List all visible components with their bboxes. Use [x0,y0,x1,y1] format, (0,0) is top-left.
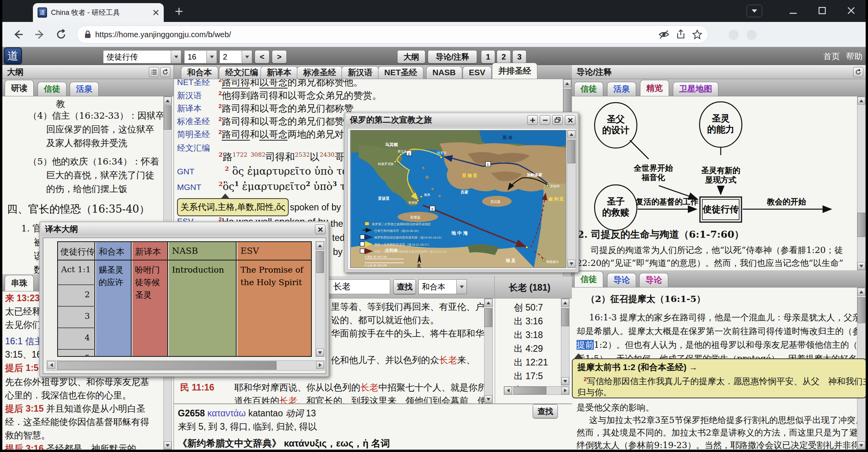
layout-3-button[interactable]: 3 [512,50,526,63]
version-label[interactable]: MGNT [177,183,201,192]
scroll-right-icon[interactable] [316,361,324,369]
scrollbar-thumb[interactable] [316,251,324,273]
tab-net[interactable]: NET圣经 [378,66,423,79]
tab-commentary-xintu[interactable]: 信徒 [574,271,603,287]
forward-icon[interactable] [33,27,47,42]
intro-scrollbar[interactable] [857,96,866,270]
window-minimize-icon[interactable] [788,5,798,16]
tab-satellite-map[interactable]: 卫星地图 [673,82,718,96]
back-icon[interactable] [11,27,25,42]
results-scrollbar[interactable] [484,298,493,403]
scroll-up-icon[interactable] [857,97,865,105]
tab-xintu[interactable]: 信徒 [38,82,67,96]
tab-jingwenhuibian[interactable]: 经文汇编 [219,66,264,79]
scroll-down-icon[interactable] [164,441,172,449]
search-input[interactable] [321,279,390,294]
help-link[interactable]: 帮助 [846,51,863,62]
tab-xintu-right[interactable]: 信徒 [574,82,603,96]
greek-lemma[interactable]: καταντάω [207,408,246,418]
scrollbar-thumb[interactable] [857,297,865,323]
scrollbar-thumb[interactable] [485,308,492,327]
tab-parallel[interactable]: 并排圣经 [492,63,537,79]
greek-word[interactable]: ὃς [222,181,234,192]
share-icon[interactable] [676,29,686,40]
strong-number[interactable]: 2532 [295,151,310,158]
journey-map-window[interactable]: 保罗的第二次宣教之旅 [344,112,579,273]
tab-chuanzhu[interactable]: 串珠 [5,275,34,291]
search-version-arrow-icon[interactable] [456,280,467,294]
verse-select-arrow-icon[interactable] [242,51,252,63]
scroll-up-icon[interactable] [485,299,492,307]
version-label[interactable]: NET圣经 [177,79,210,87]
greek-word[interactable]: ὑπὸ [313,181,333,192]
home-link[interactable]: 首页 [823,51,840,62]
scroll-left-icon[interactable] [504,387,512,394]
greek-word[interactable]: ἐμαρτυρεῖτο [242,181,306,192]
chapter-select-arrow-icon[interactable] [206,51,217,63]
tab-huoquan-right[interactable]: 活泉 [607,82,636,96]
scroll-up-icon[interactable] [316,242,324,250]
zoom-out-icon[interactable] [540,115,550,125]
table-row-ref[interactable]: 5 [85,353,90,357]
scroll-up-icon[interactable] [561,299,569,307]
occurrence-hscrollbar[interactable] [504,386,570,395]
chapter-select[interactable]: 16 [184,50,217,63]
verse-ref[interactable]: 提后 1:5 [5,363,39,373]
url-omnibox[interactable]: https://home.yanjinggongju.com/b/web/ [77,25,708,43]
scrollbar-thumb[interactable] [857,213,865,237]
scroll-right-icon[interactable] [561,387,569,394]
journey-map[interactable]: 1 2 3 马其顿 黑 海 亚 细 亚 加帕多家 吕家 亚该亚 革哩底 居比路 … [350,130,566,268]
verse-select[interactable]: 2 [219,50,252,63]
reload-icon[interactable] [54,27,68,42]
tab-search-chevron-button[interactable] [747,5,762,17]
intro-notes-button[interactable]: 导论/注释 [428,50,477,63]
layout-2-button[interactable]: 2 [497,50,511,63]
table-row-ref[interactable]: 4 [85,333,90,342]
table-row-ref[interactable]: 2 [85,290,90,299]
extensions-icon[interactable] [729,30,739,40]
version-label[interactable]: 标准圣经 [177,117,210,126]
browser-tab[interactable]: 道 China 牧者 - 研经工具 [33,3,164,22]
list-item[interactable]: 创 50:7 [514,302,543,314]
list-item[interactable]: 出 3:18 [514,329,543,341]
layout-1-button[interactable]: 1 [481,50,495,63]
strong-id[interactable]: G2658 [178,408,205,418]
scroll-down-icon[interactable] [568,260,575,268]
tab-close-icon[interactable] [153,9,159,16]
outline-panel-button[interactable]: 大纲 [397,50,425,63]
scroll-left-icon[interactable] [47,361,55,369]
translation-outline-window[interactable]: 译本大纲 使徒行传 和合本 新译本 NASB ESV Act 1:1 2 3 4… [39,221,329,377]
new-tab-icon[interactable] [175,7,183,16]
outline-list-icon[interactable] [149,67,159,77]
profile-avatar[interactable] [747,30,757,40]
tab-xinyiben[interactable]: 新译本 [260,66,298,79]
scroll-down-icon[interactable] [857,262,865,270]
verse-ref[interactable]: 来 13:23 [5,293,40,303]
strong-number[interactable]: 3082 [251,151,266,158]
scrollbar-thumb[interactable] [561,308,569,326]
scrollbar-thumb[interactable] [568,140,575,163]
scroll-down-icon[interactable] [561,377,569,385]
strong-number[interactable]: 1722 [232,151,247,158]
intro-refresh-icon[interactable] [853,67,863,77]
tab-xinhanyu[interactable]: 新汉语 [342,66,379,79]
tab-heheben[interactable]: 和合本 [181,66,218,79]
eye-blocked-icon[interactable] [658,30,669,39]
window-title[interactable]: 译本大纲 [41,223,327,236]
tab-esv[interactable]: ESV [463,66,492,79]
verse-ref[interactable]: 民 11:16 [180,382,214,392]
scroll-down-icon[interactable] [316,349,324,356]
strong-number[interactable]: 2430 [320,151,335,158]
scroll-up-icon[interactable] [568,130,575,138]
list-item[interactable]: 出 12:21 [514,356,548,369]
version-label[interactable]: 经文汇编 [177,143,210,152]
window-vscrollbar[interactable] [315,241,325,357]
tab-huoquan[interactable]: 活泉 [70,82,99,96]
url-text[interactable]: https://home.yanjinggongju.com/b/web/ [95,30,658,39]
list-item[interactable]: 出 17:5 [514,370,543,382]
book-select[interactable]: 使徒行传 [103,50,181,63]
table-row-ref[interactable]: Act 1:1 [61,265,91,274]
search-version-select[interactable]: 和合本 [418,279,467,294]
version-label[interactable]: GNT [177,167,194,176]
scroll-up-icon[interactable] [164,97,172,105]
